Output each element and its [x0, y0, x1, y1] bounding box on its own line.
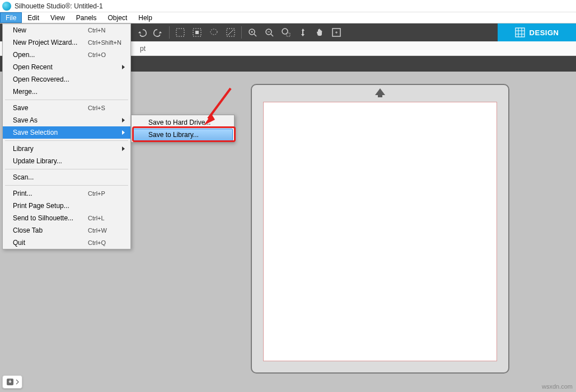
title-bar: Silhouette Studio®: Untitled-1: [0, 0, 576, 12]
menu-item-shortcut: Ctrl+L: [88, 215, 128, 221]
page-tab-button[interactable]: [2, 375, 22, 389]
file-menu-save-as[interactable]: Save As: [3, 114, 130, 126]
menu-item-label: Open Recent: [13, 63, 122, 71]
grid-icon: [515, 27, 525, 37]
submenu-save-to-hard-drive[interactable]: Save to Hard Drive...: [133, 116, 233, 129]
lasso-icon[interactable]: [206, 25, 222, 40]
menu-item-label: Merge...: [13, 88, 128, 96]
menu-item-label: Library: [13, 145, 122, 153]
menu-item-shortcut: Ctrl+S: [88, 105, 128, 111]
file-menu-print[interactable]: Print...Ctrl+P: [3, 187, 130, 200]
svg-line-5: [228, 30, 233, 35]
menu-file[interactable]: File: [0, 12, 22, 23]
zoom-area-icon[interactable]: [278, 25, 294, 40]
menu-item-label: Save As: [13, 116, 122, 124]
menu-item-label: Scan...: [13, 173, 128, 181]
menu-item-label: Send to Silhouette...: [13, 214, 88, 222]
select-icon[interactable]: [172, 25, 188, 40]
menu-item-shortcut: Ctrl+W: [88, 227, 128, 234]
zoom-in-icon[interactable]: [245, 25, 260, 40]
file-menu-new[interactable]: NewCtrl+N: [3, 24, 130, 36]
menu-edit[interactable]: Edit: [22, 12, 45, 23]
menu-item-label: Print...: [13, 190, 88, 197]
menu-item-label: New: [13, 26, 88, 34]
submenu-arrow-icon: [122, 118, 125, 122]
undo-icon[interactable]: [134, 25, 149, 40]
menu-item-shortcut: Ctrl+P: [88, 190, 128, 197]
marquee-icon[interactable]: [189, 25, 205, 40]
menu-item-shortcut: Ctrl+N: [88, 27, 128, 34]
design-tab[interactable]: DESIGN: [498, 23, 576, 41]
menu-item-label: Save Selection: [13, 129, 122, 136]
download-icon: [6, 378, 15, 386]
submenu-arrow-icon: [122, 130, 125, 135]
feed-arrow-icon: [373, 87, 387, 98]
file-menu-send-to-silhouette[interactable]: Send to Silhouette...Ctrl+L: [3, 212, 130, 224]
file-menu-save-selection[interactable]: Save Selection: [3, 126, 130, 139]
menu-help[interactable]: Help: [133, 12, 158, 23]
file-menu-merge[interactable]: Merge...: [3, 86, 130, 98]
file-menu-update-library[interactable]: Update Library...: [3, 155, 130, 167]
file-menu-new-project-wizard[interactable]: New Project Wizard...Ctrl+Shift+N: [3, 36, 130, 49]
cutting-mat[interactable]: [251, 84, 509, 374]
menu-item-label: Print Page Setup...: [13, 202, 128, 210]
menu-item-label: Open Recovered...: [13, 75, 128, 83]
chevron-right-icon: [16, 379, 19, 385]
menu-view[interactable]: View: [45, 12, 71, 23]
file-menu-save[interactable]: SaveCtrl+S: [3, 102, 130, 114]
file-menu-print-page-setup[interactable]: Print Page Setup...: [3, 200, 130, 212]
menu-panels[interactable]: Panels: [71, 12, 102, 23]
menu-item-shortcut: Ctrl+Shift+N: [88, 39, 128, 46]
menu-bar: FileEditViewPanelsObjectHelp: [0, 12, 576, 23]
file-menu-open-recent[interactable]: Open Recent: [3, 61, 130, 73]
watermark-text: wsxdn.com: [542, 383, 573, 390]
design-tab-label: DESIGN: [530, 29, 559, 37]
svg-line-11: [271, 34, 273, 36]
fit-icon[interactable]: [329, 25, 344, 40]
file-menu-dropdown: NewCtrl+NNew Project Wizard...Ctrl+Shift…: [2, 23, 131, 249]
menu-item-label: New Project Wizard...: [13, 39, 88, 46]
svg-rect-18: [516, 28, 525, 37]
menu-item-label: Open...: [13, 51, 88, 59]
pan-icon[interactable]: [312, 25, 327, 40]
submenu-save-to-library[interactable]: Save to Library...: [133, 129, 233, 141]
file-menu-quit[interactable]: QuitCtrl+Q: [3, 237, 130, 249]
svg-rect-0: [176, 29, 184, 36]
file-menu-library[interactable]: Library: [3, 143, 130, 155]
svg-point-3: [210, 29, 217, 35]
file-menu-open[interactable]: Open...Ctrl+O: [3, 49, 130, 61]
unit-label: pt: [140, 45, 146, 53]
file-menu-close-tab[interactable]: Close TabCtrl+W: [3, 224, 130, 237]
menu-item-label: Save: [13, 104, 88, 112]
svg-rect-2: [195, 31, 199, 34]
submenu-arrow-icon: [122, 65, 125, 69]
window-title: Silhouette Studio®: Untitled-1: [15, 2, 103, 10]
svg-line-7: [254, 34, 256, 36]
zoom-out-icon[interactable]: [261, 25, 277, 40]
menu-item-shortcut: Ctrl+O: [88, 51, 128, 58]
file-menu-scan[interactable]: Scan...: [3, 171, 130, 183]
menu-item-label: Quit: [13, 239, 88, 247]
menu-item-label: Update Library...: [13, 157, 128, 165]
app-icon: [2, 2, 11, 11]
menu-item-label: Close Tab: [13, 226, 88, 234]
redo-icon[interactable]: [151, 25, 166, 40]
menu-item-shortcut: Ctrl+Q: [88, 239, 128, 246]
menu-object[interactable]: Object: [102, 12, 133, 23]
design-page[interactable]: [263, 102, 497, 361]
file-menu-open-recovered[interactable]: Open Recovered...: [3, 73, 130, 86]
save-selection-submenu: Save to Hard Drive...Save to Library...: [131, 115, 235, 143]
zoom-drag-icon[interactable]: [295, 25, 311, 40]
deselect-icon[interactable]: [223, 25, 238, 40]
submenu-arrow-icon: [122, 147, 125, 151]
